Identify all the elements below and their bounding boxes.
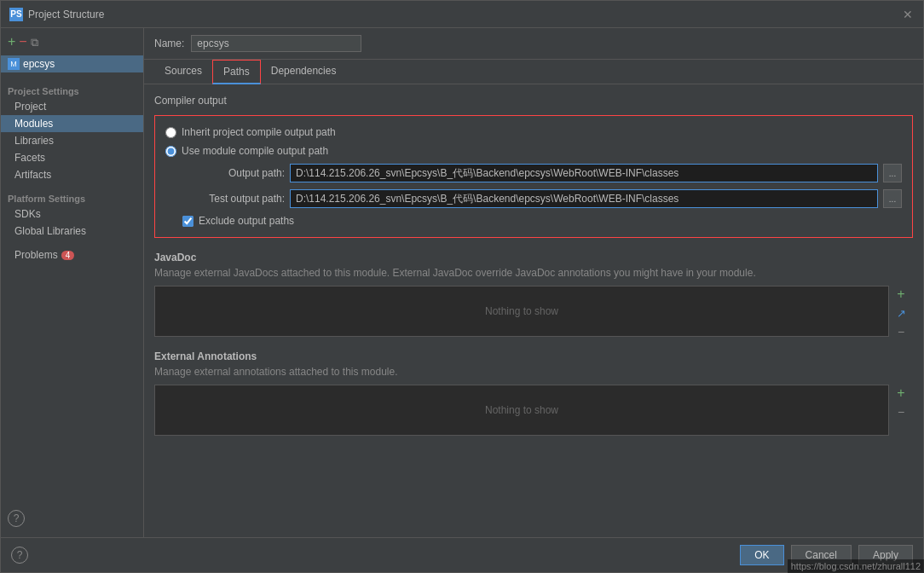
module-icon: M [8,58,20,70]
use-module-radio-label: Use module compile output path [182,145,328,157]
javadoc-desc: Manage external JavaDocs attached to thi… [154,267,913,279]
tab-content-paths: Compiler output Inherit project compile … [144,84,923,537]
add-module-button[interactable]: + [8,35,15,49]
ext-annotations-add-button[interactable]: + [892,385,910,402]
sidebar-toolbar: + − ⧉ [1,32,143,55]
inherit-radio-row: Inherit project compile output path [165,126,902,138]
sidebar-item-artifacts[interactable]: Artifacts [1,166,143,183]
test-output-path-input[interactable] [290,189,878,208]
use-module-radio-row: Use module compile output path [165,145,902,157]
inherit-radio[interactable] [165,127,176,138]
ext-annotations-side-buttons: + − [892,385,910,420]
inherit-radio-label: Inherit project compile output path [182,126,336,138]
exclude-checkbox-row: Exclude output paths [165,215,902,227]
tab-bar: Sources Paths Dependencies [144,60,923,84]
platform-settings-label: Platform Settings [1,190,143,205]
sidebar-item-libraries[interactable]: Libraries [1,132,143,149]
footer-help-button[interactable]: ? [11,547,28,564]
use-module-radio[interactable] [165,146,176,157]
exclude-label: Exclude output paths [199,215,294,227]
javadoc-nothing-panel: Nothing to show [154,286,889,337]
project-structure-dialog: PS Project Structure ✕ + − ⧉ M epcsys Pr… [0,0,924,573]
name-input[interactable] [191,35,361,52]
javadoc-add-button[interactable]: + [892,286,910,303]
test-output-path-label: Test output path: [182,193,285,205]
javadoc-nothing-text: Nothing to show [485,305,558,317]
ext-annotations-nothing-text: Nothing to show [485,404,558,416]
footer-left: ? [11,547,28,564]
javadoc-panel-wrapper: Nothing to show + ↗ − [154,286,889,337]
tab-paths[interactable]: Paths [212,60,261,84]
name-label: Name: [154,38,184,49]
output-path-browse-button[interactable]: ... [883,164,902,182]
tab-sources[interactable]: Sources [154,60,212,84]
app-icon: PS [9,8,23,21]
javadoc-title: JavaDoc [154,252,913,263]
help-button[interactable]: ? [8,510,25,527]
sidebar-item-modules[interactable]: Modules [1,115,143,132]
sidebar-item-facets[interactable]: Facets [1,149,143,166]
sidebar-item-project[interactable]: Project [1,98,143,115]
copy-module-button[interactable]: ⧉ [31,37,38,48]
ext-annotations-panel-wrapper: Nothing to show + − [154,385,889,436]
test-output-path-browse-button[interactable]: ... [883,189,902,208]
main-content: Name: Sources Paths Dependencies Compile… [144,28,923,537]
sidebar-item-problems[interactable]: Problems 4 [1,246,143,263]
module-item-epcsys[interactable]: M epcsys [1,55,143,72]
sidebar-bottom: ? [1,503,143,534]
dialog-footer: ? OK Cancel Apply [1,537,923,572]
dialog-body: + − ⧉ M epcsys Project Settings Project … [1,28,923,537]
compiler-output-box: Inherit project compile output path Use … [154,115,913,238]
remove-module-button[interactable]: − [19,35,26,49]
problems-badge: 4 [61,251,75,260]
sidebar-item-sdks[interactable]: SDKs [1,205,143,223]
ok-button[interactable]: OK [740,545,783,565]
project-settings-label: Project Settings [1,83,143,98]
module-item-label: epcsys [23,58,55,70]
watermark: https://blog.csdn.net/zhurall112 [788,559,924,573]
ext-annotations-remove-button[interactable]: − [892,403,910,420]
sidebar: + − ⧉ M epcsys Project Settings Project … [1,28,144,537]
output-path-label: Output path: [182,167,285,179]
title-bar-left: PS Project Structure [9,8,104,21]
close-button[interactable]: ✕ [901,8,915,21]
ext-annotations-desc: Manage external annotations attached to … [154,366,913,378]
javadoc-side-buttons: + ↗ − [892,286,910,340]
output-path-input[interactable] [290,164,878,182]
output-path-row: Output path: ... [165,164,902,182]
content-header: Name: [144,28,923,60]
title-bar: PS Project Structure ✕ [1,1,923,28]
test-output-path-row: Test output path: ... [165,189,902,208]
tab-dependencies[interactable]: Dependencies [261,60,347,84]
dialog-title: Project Structure [28,9,104,20]
javadoc-section: JavaDoc Manage external JavaDocs attache… [154,252,913,337]
exclude-checkbox[interactable] [182,216,193,227]
sidebar-item-global-libraries[interactable]: Global Libraries [1,223,143,240]
javadoc-remove-button[interactable]: − [892,323,910,340]
ext-annotations-section: External Annotations Manage external ann… [154,350,913,436]
javadoc-add-alt-button[interactable]: ↗ [892,304,910,321]
ext-annotations-title: External Annotations [154,350,913,362]
ext-annotations-nothing-panel: Nothing to show [154,385,889,436]
compiler-output-title: Compiler output [154,95,913,107]
